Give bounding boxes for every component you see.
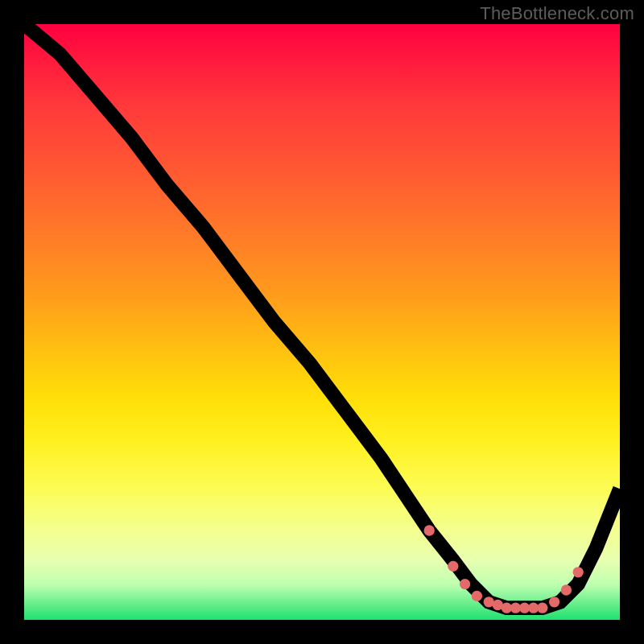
- highlight-dot: [472, 591, 482, 601]
- plot-area: [24, 24, 620, 620]
- curve-layer: [24, 24, 620, 620]
- highlight-dot: [424, 525, 435, 535]
- highlight-dot: [549, 597, 559, 607]
- chart-frame: TheBottleneck.com: [0, 0, 644, 644]
- highlight-dot: [561, 584, 572, 595]
- bottleneck-curve: [24, 24, 620, 608]
- highlight-dot: [460, 579, 470, 589]
- highlight-dot: [537, 603, 547, 613]
- highlight-dot: [573, 567, 584, 577]
- watermark-text: TheBottleneck.com: [480, 3, 634, 24]
- highlight-dot: [448, 561, 458, 572]
